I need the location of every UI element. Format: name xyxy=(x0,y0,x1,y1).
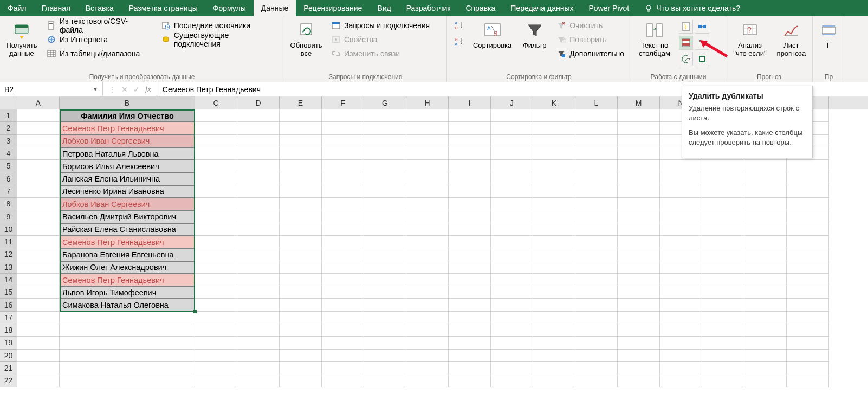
col-header-F[interactable]: F xyxy=(322,96,364,109)
cell-F1[interactable] xyxy=(322,109,364,122)
row-header-9[interactable]: 9 xyxy=(0,210,17,223)
row-header-19[interactable]: 19 xyxy=(0,337,17,349)
cell-Q7[interactable] xyxy=(787,185,829,198)
cell-K6[interactable] xyxy=(533,172,575,185)
cell-N9[interactable] xyxy=(660,210,702,223)
row-header-4[interactable]: 4 xyxy=(0,147,17,160)
cell-F11[interactable] xyxy=(322,236,364,248)
cell-Q5[interactable] xyxy=(787,160,829,172)
cell-F14[interactable] xyxy=(322,274,364,286)
cell-C2[interactable] xyxy=(195,122,237,134)
cell-I18[interactable] xyxy=(449,324,491,337)
col-header-A[interactable]: A xyxy=(17,96,60,109)
cell-H10[interactable] xyxy=(406,223,449,236)
cell-K18[interactable] xyxy=(533,324,575,337)
name-box[interactable]: B2 ▼ xyxy=(0,82,103,96)
cell-M11[interactable] xyxy=(618,236,660,248)
cell-Q8[interactable] xyxy=(787,198,829,210)
cell-E15[interactable] xyxy=(280,286,322,299)
cell-N18[interactable] xyxy=(660,324,702,337)
cell-I13[interactable] xyxy=(449,261,491,274)
cell-C6[interactable] xyxy=(195,172,237,185)
cell-D19[interactable] xyxy=(237,337,280,349)
text-to-columns-button[interactable]: Текст по столбцам xyxy=(636,20,673,57)
cell-E18[interactable] xyxy=(280,324,322,337)
cell-C5[interactable] xyxy=(195,160,237,172)
cell-I1[interactable] xyxy=(449,109,491,122)
menu-tab-разметка-страницы[interactable]: Разметка страницы xyxy=(121,0,205,16)
cell-F16[interactable] xyxy=(322,299,364,311)
cell-H13[interactable] xyxy=(406,261,449,274)
cell-G12[interactable] xyxy=(364,248,406,261)
cell-A8[interactable] xyxy=(17,198,60,210)
select-all-corner[interactable] xyxy=(0,96,17,109)
cell-G1[interactable] xyxy=(364,109,406,122)
cell-I22[interactable] xyxy=(449,374,491,387)
cell-B11[interactable]: Семенов Петр Геннадьевич xyxy=(60,236,195,248)
cell-M4[interactable] xyxy=(618,147,660,160)
reapply-button[interactable]: Повторить xyxy=(554,34,626,46)
cell-P5[interactable] xyxy=(744,160,787,172)
cell-L15[interactable] xyxy=(575,286,618,299)
cell-F5[interactable] xyxy=(322,160,364,172)
cell-I20[interactable] xyxy=(449,350,491,362)
col-header-L[interactable]: L xyxy=(575,96,618,109)
cell-C14[interactable] xyxy=(195,274,237,286)
remove-duplicates-button[interactable] xyxy=(679,36,693,50)
cell-K11[interactable] xyxy=(533,236,575,248)
col-header-M[interactable]: M xyxy=(618,96,660,109)
enter-icon[interactable]: ✓ xyxy=(133,85,140,94)
cell-Q18[interactable] xyxy=(787,324,829,337)
cell-O18[interactable] xyxy=(702,324,744,337)
cell-D6[interactable] xyxy=(237,172,280,185)
sort-asc-button[interactable]: АЯ xyxy=(451,20,464,31)
cell-B22[interactable] xyxy=(60,374,195,387)
menu-tab-справка[interactable]: Справка xyxy=(458,0,503,16)
cell-K1[interactable] xyxy=(533,109,575,122)
cell-F8[interactable] xyxy=(322,198,364,210)
cell-M15[interactable] xyxy=(618,286,660,299)
cell-D22[interactable] xyxy=(237,374,280,387)
cell-I11[interactable] xyxy=(449,236,491,248)
cell-D7[interactable] xyxy=(237,185,280,198)
fx-icon[interactable]: fx xyxy=(145,85,151,94)
row-header-5[interactable]: 5 xyxy=(0,160,17,172)
cell-I7[interactable] xyxy=(449,185,491,198)
filter-button[interactable]: Фильтр xyxy=(520,20,549,49)
cell-C17[interactable] xyxy=(195,312,237,324)
cell-F21[interactable] xyxy=(322,362,364,374)
cell-J2[interactable] xyxy=(491,122,533,134)
row-header-14[interactable]: 14 xyxy=(0,274,17,286)
cell-M16[interactable] xyxy=(618,299,660,311)
menu-tab-файл[interactable]: Файл xyxy=(0,0,34,16)
cell-M17[interactable] xyxy=(618,312,660,324)
cell-N14[interactable] xyxy=(660,274,702,286)
queries-conn-button[interactable]: Запросы и подключения xyxy=(329,20,432,31)
cell-G9[interactable] xyxy=(364,210,406,223)
row-header-3[interactable]: 3 xyxy=(0,135,17,147)
cell-A4[interactable] xyxy=(17,147,60,160)
cell-H12[interactable] xyxy=(406,248,449,261)
cell-G2[interactable] xyxy=(364,122,406,134)
cell-N8[interactable] xyxy=(660,198,702,210)
cell-J9[interactable] xyxy=(491,210,533,223)
cell-Q11[interactable] xyxy=(787,236,829,248)
cell-G6[interactable] xyxy=(364,172,406,185)
menu-tab-вставка[interactable]: Вставка xyxy=(78,0,121,16)
cell-C7[interactable] xyxy=(195,185,237,198)
cell-O22[interactable] xyxy=(702,374,744,387)
col-header-G[interactable]: G xyxy=(364,96,406,109)
cell-K15[interactable] xyxy=(533,286,575,299)
row-header-21[interactable]: 21 xyxy=(0,362,17,374)
cell-I9[interactable] xyxy=(449,210,491,223)
from-web-button[interactable]: Из Интернета xyxy=(44,34,153,46)
cell-O8[interactable] xyxy=(702,198,744,210)
cell-E1[interactable] xyxy=(280,109,322,122)
cell-B17[interactable] xyxy=(60,312,195,324)
col-header-K[interactable]: K xyxy=(533,96,575,109)
cell-P20[interactable] xyxy=(744,350,787,362)
cell-O6[interactable] xyxy=(702,172,744,185)
cell-K3[interactable] xyxy=(533,135,575,147)
cell-N19[interactable] xyxy=(660,337,702,349)
cell-H4[interactable] xyxy=(406,147,449,160)
